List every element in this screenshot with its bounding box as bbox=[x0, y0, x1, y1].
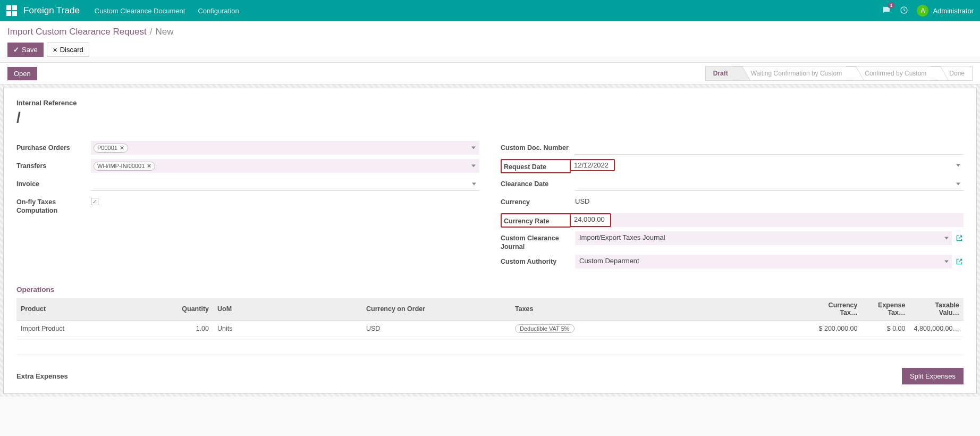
content-wrap: Internal Reference / Purchase Orders P00… bbox=[0, 85, 980, 397]
label-transfers: Transfers bbox=[16, 159, 91, 170]
col-uom[interactable]: UoM bbox=[213, 298, 362, 321]
status-waiting[interactable]: Waiting Confirmation by Custom bbox=[738, 66, 852, 81]
chat-icon[interactable]: 1 bbox=[882, 5, 891, 16]
cell-uom[interactable]: Units bbox=[213, 320, 362, 337]
label-authority: Custom Authority bbox=[501, 255, 575, 266]
avatar[interactable]: A bbox=[917, 5, 928, 16]
breadcrumb-separator: / bbox=[150, 27, 153, 37]
cell-quantity[interactable]: 1.00 bbox=[171, 320, 213, 337]
apps-icon[interactable] bbox=[6, 5, 17, 16]
col-currency-tax[interactable]: Currency Tax… bbox=[814, 298, 862, 321]
breadcrumb-parent[interactable]: Import Custom Clearance Request bbox=[7, 27, 147, 37]
journal-field[interactable]: Import/Export Taxes Journal bbox=[575, 231, 952, 245]
form-sheet: Internal Reference / Purchase Orders P00… bbox=[3, 88, 977, 393]
chevron-down-icon[interactable] bbox=[472, 182, 476, 185]
external-link-icon[interactable] bbox=[955, 234, 964, 242]
extra-expenses-title: Extra Expenses bbox=[16, 372, 68, 380]
clearance-date-field[interactable] bbox=[575, 177, 964, 191]
internal-reference-label: Internal Reference bbox=[16, 99, 964, 107]
form-left-column: Purchase Orders P00001✕ Transfers WH/IMP… bbox=[16, 141, 479, 273]
operations-table: Product Quantity UoM Currency on Order T… bbox=[16, 298, 964, 355]
chevron-down-icon[interactable] bbox=[956, 164, 960, 166]
remove-tag-icon[interactable]: ✕ bbox=[147, 163, 151, 170]
currency-rate-value[interactable]: 24,000.00 bbox=[574, 215, 605, 223]
top-navbar: Foreign Trade Custom Clearance Document … bbox=[0, 0, 980, 21]
app-brand[interactable]: Foreign Trade bbox=[23, 5, 80, 16]
form-right-column: Custom Doc. Number Request Date 12/12/20… bbox=[501, 141, 964, 273]
custom-doc-number-field[interactable] bbox=[575, 141, 964, 155]
transfers-field[interactable]: WH/IMP-IN/00001✕ bbox=[91, 159, 479, 173]
col-product[interactable]: Product bbox=[16, 298, 171, 321]
nav-link-configuration[interactable]: Configuration bbox=[198, 7, 239, 15]
chevron-down-icon[interactable] bbox=[956, 182, 960, 185]
statusbar: Draft Waiting Confirmation by Custom Con… bbox=[705, 66, 973, 81]
authority-field[interactable]: Custom Deparment bbox=[575, 255, 952, 269]
cell-expense-tax[interactable]: $ 0.00 bbox=[862, 320, 910, 337]
col-taxes[interactable]: Taxes bbox=[511, 298, 814, 321]
close-icon bbox=[53, 46, 57, 54]
nav-link-custom-clearance[interactable]: Custom Clearance Document bbox=[95, 7, 185, 15]
cell-currency-on-order[interactable]: USD bbox=[362, 320, 511, 337]
label-request-date: Request Date bbox=[501, 159, 571, 173]
username[interactable]: Administrator bbox=[933, 7, 974, 15]
status-row: Open Draft Waiting Confirmation by Custo… bbox=[0, 62, 980, 85]
chevron-down-icon[interactable] bbox=[471, 147, 476, 149]
breadcrumb-bar: Import Custom Clearance Request / New Sa… bbox=[0, 21, 980, 57]
currency-rate-field[interactable] bbox=[611, 213, 964, 227]
open-button[interactable]: Open bbox=[7, 67, 37, 80]
chevron-down-icon[interactable] bbox=[944, 237, 949, 240]
label-currency: Currency bbox=[501, 195, 575, 206]
remove-tag-icon[interactable]: ✕ bbox=[120, 145, 124, 152]
activity-icon[interactable] bbox=[900, 6, 908, 16]
label-invoice: Invoice bbox=[16, 177, 91, 188]
col-quantity[interactable]: Quantity bbox=[171, 298, 213, 321]
extra-expenses-row: Extra Expenses Split Expenses bbox=[16, 368, 964, 384]
action-buttons: Save Discard bbox=[7, 43, 973, 57]
split-expenses-button[interactable]: Split Expenses bbox=[902, 368, 964, 384]
label-clearance-date: Clearance Date bbox=[501, 177, 575, 188]
request-date-value[interactable]: 12/12/2022 bbox=[574, 161, 609, 169]
label-journal: Custom Clearance Journal bbox=[501, 231, 575, 251]
external-link-icon[interactable] bbox=[955, 257, 964, 266]
transfer-tag[interactable]: WH/IMP-IN/00001✕ bbox=[94, 162, 155, 171]
discard-button[interactable]: Discard bbox=[47, 43, 89, 57]
purchase-orders-field[interactable]: P00001✕ bbox=[91, 141, 479, 155]
label-currency-rate: Currency Rate bbox=[501, 213, 571, 228]
breadcrumb: Import Custom Clearance Request / New bbox=[7, 27, 973, 37]
chevron-down-icon[interactable] bbox=[471, 165, 476, 167]
operations-title: Operations bbox=[16, 286, 964, 294]
chat-badge: 1 bbox=[888, 2, 894, 9]
cell-taxes[interactable]: Deductible VAT 5% bbox=[511, 320, 814, 337]
check-icon bbox=[13, 46, 19, 54]
col-currency-on-order[interactable]: Currency on Order bbox=[362, 298, 511, 321]
status-confirmed[interactable]: Confirmed by Custom bbox=[851, 66, 936, 81]
label-custom-doc-number: Custom Doc. Number bbox=[501, 141, 575, 152]
cell-currency-tax[interactable]: $ 200,000.00 bbox=[814, 320, 862, 337]
status-draft[interactable]: Draft bbox=[705, 66, 738, 81]
purchase-order-tag[interactable]: P00001✕ bbox=[94, 144, 128, 153]
tax-tag[interactable]: Deductible VAT 5% bbox=[515, 324, 575, 333]
internal-reference-value: / bbox=[16, 109, 964, 126]
save-button[interactable]: Save bbox=[7, 43, 44, 57]
label-onfly-taxes: On-fly Taxes Computation bbox=[16, 195, 91, 215]
cell-product[interactable]: Import Product bbox=[16, 320, 171, 337]
label-purchase-orders: Purchase Orders bbox=[16, 141, 91, 152]
breadcrumb-current: New bbox=[155, 27, 173, 37]
currency-value: USD bbox=[575, 195, 964, 209]
onfly-taxes-checkbox[interactable]: ✓ bbox=[91, 198, 98, 205]
col-taxable-val[interactable]: Taxable Valu… bbox=[910, 298, 964, 321]
invoice-field[interactable] bbox=[91, 177, 479, 191]
col-expense-tax[interactable]: Expense Tax… bbox=[862, 298, 910, 321]
table-row[interactable]: Import Product 1.00 Units USD Deductible… bbox=[16, 320, 964, 337]
cell-taxable-val[interactable]: 4,800,000,00… bbox=[910, 320, 964, 337]
chevron-down-icon[interactable] bbox=[944, 260, 949, 263]
